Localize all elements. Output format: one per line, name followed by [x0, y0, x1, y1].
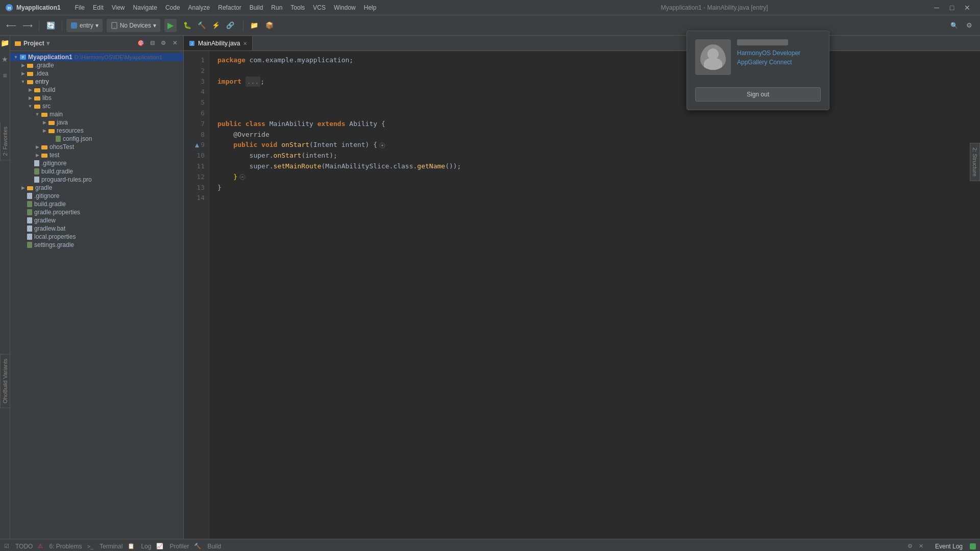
menu-view[interactable]: View: [108, 0, 129, 15]
toolbar-back-button[interactable]: ⟵: [4, 18, 18, 33]
favorites-tab-icon[interactable]: ★: [0, 54, 10, 64]
menu-code[interactable]: Code: [161, 0, 184, 15]
menu-refactor[interactable]: Refactor: [214, 0, 245, 15]
tree-item-local-props[interactable]: local.properties: [10, 233, 183, 241]
tree-item-build-gradle-root[interactable]: build.gradle: [10, 200, 183, 208]
profile-button[interactable]: ⚡: [209, 19, 223, 32]
project-settings-button[interactable]: ⚙: [159, 39, 168, 48]
tree-item-gradlew[interactable]: gradlew: [10, 216, 183, 224]
tree-item-gradle-props[interactable]: gradle.properties: [10, 208, 183, 216]
svg-rect-23: [41, 154, 47, 158]
structure-right-tab[interactable]: 2: Structure: [970, 143, 980, 181]
tree-item-settings-gradle[interactable]: settings.gradle: [10, 241, 183, 249]
tree-item-test[interactable]: ▶ test: [10, 151, 183, 159]
close-button[interactable]: ✕: [960, 0, 975, 15]
structure-left-icon[interactable]: ≡: [0, 70, 10, 81]
menu-file[interactable]: File: [71, 0, 89, 15]
toolbar-sync-button[interactable]: 🔄: [43, 18, 58, 33]
bottom-panel: ☑ TODO ⚠ 6: Problems >_ Terminal 📋 Log 📈…: [0, 539, 980, 551]
svg-rect-31: [27, 217, 32, 223]
menu-analyze[interactable]: Analyze: [184, 0, 214, 15]
tree-label-gradle-hidden: .gradle: [35, 62, 54, 69]
appgallery-link[interactable]: AppGallery Connect: [737, 59, 821, 66]
menu-window[interactable]: Window: [330, 0, 360, 15]
entry-dropdown-arrow: ▾: [95, 22, 99, 29]
tree-item-gitignore-entry[interactable]: .gitignore: [10, 159, 183, 167]
settings-button[interactable]: ⚙: [963, 19, 976, 32]
open-project-button[interactable]: 📁: [248, 19, 261, 32]
toolbar-sep-1: [39, 20, 39, 31]
collapse-button[interactable]: ⊟: [148, 39, 157, 48]
tree-item-build-gradle-entry[interactable]: build.gradle: [10, 167, 183, 176]
menu-navigate[interactable]: Navigate: [129, 0, 161, 15]
bottom-settings-button[interactable]: ⚙: [905, 542, 915, 551]
bottom-close-button[interactable]: ✕: [917, 542, 926, 551]
tree-arrow-gradle-root: ▶: [19, 185, 27, 190]
tree-item-gradle-root[interactable]: ▶ gradle: [10, 184, 183, 192]
menu-build[interactable]: Build: [246, 0, 267, 15]
tree-item-src[interactable]: ▼ src: [10, 102, 183, 110]
menu-tools[interactable]: Tools: [286, 0, 309, 15]
tree-item-gradle-hidden[interactable]: ▶ .gradle: [10, 61, 183, 69]
tree-item-ohostest[interactable]: ▶ ohosTest: [10, 143, 183, 151]
tree-item-java[interactable]: ▶ java: [10, 118, 183, 127]
folder-gradle-root-icon: [27, 184, 34, 191]
tree-item-entry[interactable]: ▼ entry: [10, 78, 183, 86]
run-button[interactable]: ▶: [164, 19, 177, 32]
svg-rect-6: [15, 41, 17, 42]
favorites-side-tab[interactable]: 2: Favorites: [0, 122, 10, 160]
tab-close-mainability[interactable]: ✕: [243, 41, 247, 46]
line-num-8: 8: [184, 130, 205, 140]
menu-help[interactable]: Help: [360, 0, 381, 15]
tab-todo[interactable]: TODO: [10, 539, 38, 552]
project-tab-icon[interactable]: 📁: [0, 38, 10, 48]
tab-problems[interactable]: 6: Problems: [44, 539, 87, 552]
menu-edit[interactable]: Edit: [89, 0, 108, 15]
entry-dropdown[interactable]: entry ▾: [66, 19, 103, 32]
no-devices-dropdown[interactable]: No Devices ▾: [107, 19, 160, 32]
tree-item-gitignore-root[interactable]: .gitignore: [10, 192, 183, 200]
tree-item-gradlew-bat[interactable]: gradlew.bat: [10, 224, 183, 233]
tree-item-libs[interactable]: ▶ libs: [10, 94, 183, 102]
attach-button[interactable]: 🔗: [224, 19, 237, 32]
tab-label-mainability: MainAbility.java: [198, 40, 240, 47]
tab-profiler[interactable]: Profiler: [164, 539, 194, 552]
code-area[interactable]: package com.example.myapplication; impor…: [209, 51, 980, 539]
project-close-button[interactable]: ✕: [170, 39, 179, 48]
tree-item-myapp[interactable]: ▼ P Myapplication1 D:\HarmonyOS\IDE\Myap…: [10, 53, 183, 61]
tab-mainability[interactable]: J MainAbility.java ✕: [184, 36, 253, 51]
svg-rect-29: [27, 201, 32, 207]
harmony-developer-link[interactable]: HarmonyOS Developer: [737, 49, 821, 57]
tab-build[interactable]: Build: [202, 539, 226, 552]
toolbar-forward-button[interactable]: ⟶: [20, 18, 35, 33]
tab-terminal[interactable]: Terminal: [94, 539, 128, 552]
maximize-button[interactable]: □: [944, 0, 960, 15]
sign-out-button[interactable]: Sign out: [695, 87, 821, 102]
tree-item-proguard[interactable]: proguard-rules.pro: [10, 176, 183, 184]
tree-item-resources[interactable]: ▶ resources: [10, 127, 183, 135]
sdk-manager-button[interactable]: 📦: [263, 19, 276, 32]
search-button[interactable]: 🔍: [947, 19, 961, 32]
menu-run[interactable]: Run: [267, 0, 286, 15]
gutter-fold-icon-12: [239, 174, 246, 180]
menu-vcs[interactable]: VCS: [309, 0, 330, 15]
minimize-button[interactable]: ─: [929, 0, 944, 15]
tree-item-main[interactable]: ▼ main: [10, 110, 183, 118]
tree-item-idea[interactable]: ▶ .idea: [10, 69, 183, 78]
tab-log[interactable]: Log: [136, 539, 156, 552]
profile-info: HarmonyOS Developer AppGallery Connect: [737, 39, 821, 68]
tree-item-config-json[interactable]: config.json: [10, 135, 183, 143]
tree-label-config-json: config.json: [63, 135, 92, 142]
svg-rect-22: [41, 145, 47, 149]
code-line-10: super. onStart (intent);: [217, 151, 972, 161]
token-indent-10: super.: [217, 151, 274, 161]
file-gradlew-icon: [27, 217, 33, 224]
project-panel-dropdown[interactable]: ▾: [46, 40, 50, 47]
debug-button[interactable]: 🐛: [181, 19, 194, 32]
tree-item-build[interactable]: ▶ build: [10, 86, 183, 94]
line-num-5: 5: [184, 97, 205, 108]
build-variants-tab[interactable]: OhoBuild Variants: [0, 354, 10, 408]
tab-event-log[interactable]: Event Log: [930, 539, 968, 552]
locate-file-button[interactable]: 🎯: [136, 39, 145, 48]
build-button[interactable]: 🔨: [195, 19, 208, 32]
